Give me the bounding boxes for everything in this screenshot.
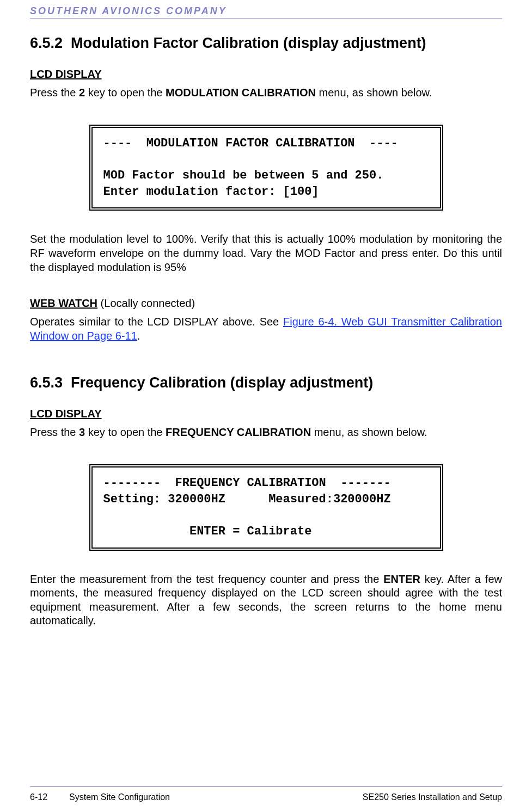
- section-number: 6.5.2: [30, 35, 63, 51]
- section-title: Modulation Factor Calibration (display a…: [71, 35, 426, 51]
- section-title: Frequency Calibration (display adjustmen…: [71, 374, 373, 391]
- menu-name-frequency: FREQUENCY CALIBRATION: [166, 426, 311, 438]
- section2-intro: Press the 3 key to open the FREQUENCY CA…: [30, 426, 502, 440]
- lcd-display-label-2: LCD DISPLAY: [30, 408, 502, 420]
- section-number: 6.5.3: [30, 374, 63, 391]
- key-3: 3: [79, 426, 85, 438]
- section1-intro: Press the 2 key to open the MODULATION C…: [30, 86, 502, 100]
- text: key to open the: [85, 426, 166, 438]
- text: menu, as shown below.: [316, 87, 432, 99]
- footer-page-number: 6-12: [30, 792, 47, 802]
- text: Enter the measurement from the test freq…: [30, 573, 383, 585]
- enter-key: ENTER: [383, 573, 420, 585]
- text: Press the: [30, 87, 79, 99]
- page: SOUTHERN AVIONICS COMPANY 6.5.2 Modulati…: [0, 0, 532, 812]
- lcd-box-frequency: -------- FREQUENCY CALIBRATION ------- S…: [89, 464, 443, 551]
- menu-name-modulation: MODULATION CALIBRATION: [166, 87, 316, 99]
- brand-header: SOUTHERN AVIONICS COMPANY: [30, 0, 502, 17]
- lcd-box-modulation: ---- MODULATION FACTOR CALIBRATION ---- …: [89, 125, 443, 211]
- key-2: 2: [79, 87, 85, 99]
- lcd-text-modulation: ---- MODULATION FACTOR CALIBRATION ---- …: [103, 136, 429, 200]
- section-heading-652: 6.5.2 Modulation Factor Calibration (dis…: [30, 35, 502, 52]
- text: key to open the: [85, 87, 166, 99]
- lcd-text-frequency: -------- FREQUENCY CALIBRATION ------- S…: [103, 475, 429, 540]
- text: .: [137, 330, 140, 342]
- webwatch-label: WEB WATCH: [30, 297, 97, 309]
- footer-rule: [30, 786, 502, 787]
- section2-after-box: Enter the measurement from the test freq…: [30, 573, 502, 628]
- section1-after-box: Set the modulation level to 100%. Verify…: [30, 232, 502, 274]
- lcd-display-label-1: LCD DISPLAY: [30, 68, 502, 81]
- text: Press the: [30, 426, 79, 438]
- section-heading-653: 6.5.3 Frequency Calibration (display adj…: [30, 374, 502, 391]
- webwatch-heading: WEB WATCH (Locally connected): [30, 297, 502, 310]
- footer-section: System Site Configuration: [69, 792, 170, 802]
- page-footer: 6-12 System Site Configuration SE250 Ser…: [30, 792, 502, 802]
- text: menu, as shown below.: [311, 426, 427, 438]
- webwatch-annot: (Locally connected): [97, 297, 195, 309]
- footer-doc-title: SE250 Series Installation and Setup: [363, 792, 502, 802]
- header-rule: [30, 18, 502, 19]
- text: Operates similar to the LCD DISPLAY abov…: [30, 316, 283, 328]
- webwatch-para: Operates similar to the LCD DISPLAY abov…: [30, 315, 502, 343]
